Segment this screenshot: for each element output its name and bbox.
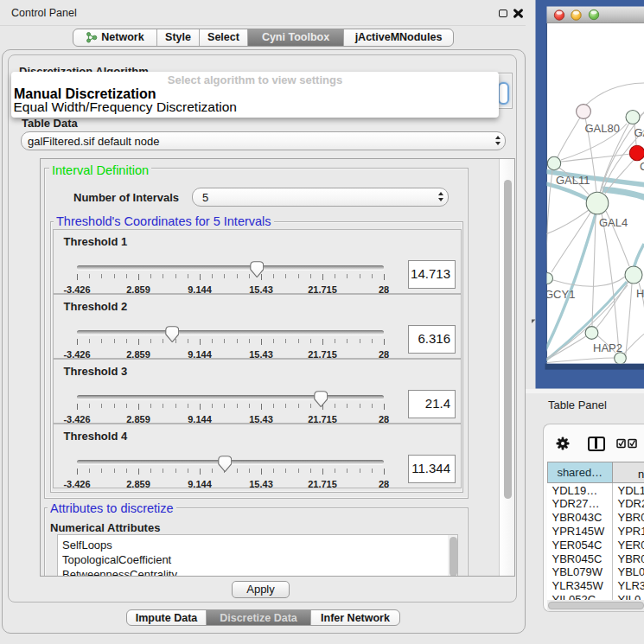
svg-text:GAL11: GAL11 — [556, 174, 590, 187]
svg-text:GCY1: GCY1 — [545, 288, 575, 301]
svg-text:HAP2: HAP2 — [593, 341, 622, 354]
svg-text:H: H — [636, 287, 644, 300]
svg-text:GAL4: GAL4 — [599, 216, 628, 229]
svg-text:GA: GA — [634, 126, 644, 139]
svg-text:GAL80: GAL80 — [585, 122, 620, 135]
svg-text:C: C — [640, 160, 644, 173]
